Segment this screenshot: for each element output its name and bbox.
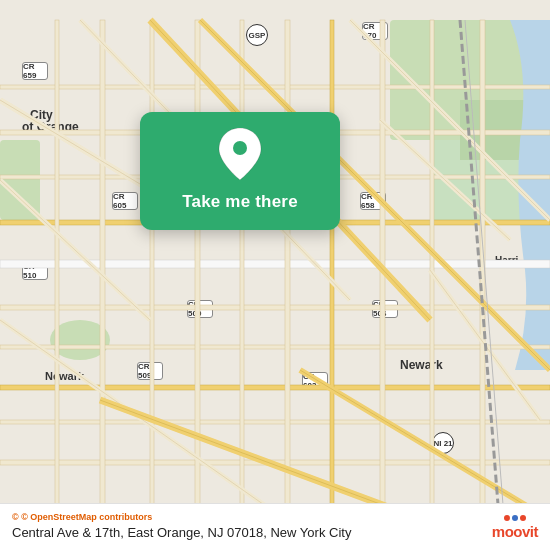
svg-rect-11 bbox=[0, 345, 550, 349]
svg-rect-21 bbox=[330, 20, 334, 530]
attribution: © © OpenStreetMap contributors bbox=[12, 512, 538, 522]
location-title: Central Ave & 17th, East Orange, NJ 0701… bbox=[12, 525, 351, 540]
map-container: City of Orange Newark Newark Harri- CR 6… bbox=[0, 0, 550, 550]
moovit-dot-1 bbox=[504, 515, 510, 521]
svg-rect-12 bbox=[0, 385, 550, 390]
svg-rect-15 bbox=[55, 20, 59, 530]
action-card: Take me there bbox=[140, 112, 340, 230]
location-pin-icon bbox=[218, 128, 262, 180]
moovit-dot-3 bbox=[520, 515, 526, 521]
svg-rect-20 bbox=[285, 20, 290, 530]
moovit-text: moovit bbox=[492, 523, 538, 540]
svg-rect-9 bbox=[0, 260, 550, 268]
moovit-logo: moovit bbox=[492, 515, 538, 540]
svg-point-49 bbox=[233, 141, 247, 155]
moovit-dot-2 bbox=[512, 515, 518, 521]
bottom-bar: © © OpenStreetMap contributors Central A… bbox=[0, 503, 550, 550]
svg-rect-10 bbox=[0, 305, 550, 310]
svg-rect-2 bbox=[0, 140, 40, 220]
svg-rect-18 bbox=[195, 20, 200, 530]
svg-rect-5 bbox=[0, 85, 550, 89]
osm-icon: © bbox=[12, 512, 19, 522]
take-me-there-button[interactable]: Take me there bbox=[174, 188, 306, 216]
svg-line-40 bbox=[300, 370, 550, 520]
osm-label: © OpenStreetMap contributors bbox=[21, 512, 152, 522]
svg-rect-13 bbox=[0, 420, 550, 424]
svg-line-42 bbox=[0, 180, 150, 320]
